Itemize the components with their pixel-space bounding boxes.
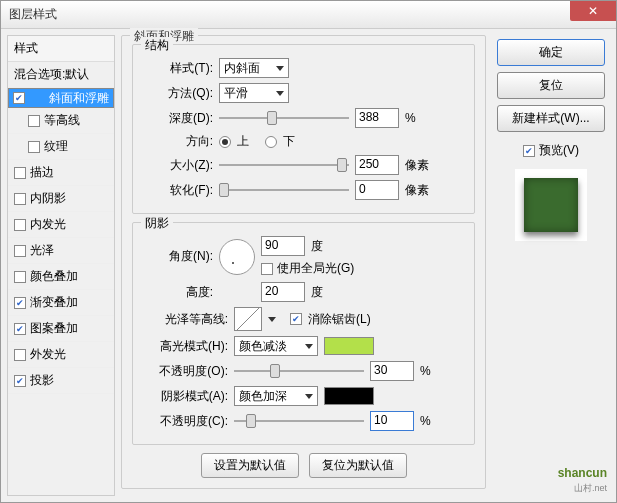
checkbox-icon[interactable] bbox=[28, 115, 40, 127]
angle-dial[interactable] bbox=[219, 239, 255, 275]
highlight-color-swatch[interactable] bbox=[324, 337, 374, 355]
bevel-group: 斜面和浮雕 结构 样式(T): 内斜面 方法(Q): 平滑 深度(D): 388 bbox=[121, 35, 486, 489]
checkbox-icon[interactable] bbox=[28, 141, 40, 153]
highlight-mode-label: 高光模式(H): bbox=[143, 338, 228, 355]
effect-drop-shadow[interactable]: ✔投影 bbox=[8, 368, 114, 394]
shadow-mode-select[interactable]: 颜色加深 bbox=[234, 386, 318, 406]
effect-pattern-overlay[interactable]: ✔图案叠加 bbox=[8, 316, 114, 342]
gloss-contour-picker[interactable] bbox=[234, 307, 262, 331]
soften-label: 软化(F): bbox=[143, 182, 213, 199]
soften-unit: 像素 bbox=[405, 182, 429, 199]
checkbox-icon[interactable]: ✔ bbox=[14, 375, 26, 387]
angle-input[interactable]: 90 bbox=[261, 236, 305, 256]
watermark: shancun山村.net bbox=[558, 459, 607, 495]
checkbox-icon[interactable]: ✔ bbox=[14, 323, 26, 335]
angle-label: 角度(N): bbox=[143, 248, 213, 265]
size-unit: 像素 bbox=[405, 157, 429, 174]
structure-group: 结构 样式(T): 内斜面 方法(Q): 平滑 深度(D): 388 % bbox=[132, 44, 475, 214]
checkbox-icon[interactable]: ✔ bbox=[13, 92, 25, 104]
checkbox-icon[interactable] bbox=[14, 271, 26, 283]
shadow-opacity-label: 不透明度(C): bbox=[143, 413, 228, 430]
style-label: 样式(T): bbox=[143, 60, 213, 77]
antialias-checkbox[interactable]: ✔ bbox=[290, 313, 302, 325]
antialias-label: 消除锯齿(L) bbox=[308, 311, 371, 328]
close-icon: ✕ bbox=[588, 4, 598, 18]
checkbox-icon[interactable] bbox=[14, 349, 26, 361]
structure-title: 结构 bbox=[141, 37, 173, 54]
styles-header: 样式 bbox=[8, 36, 114, 62]
technique-select[interactable]: 平滑 bbox=[219, 83, 289, 103]
shadow-opacity-input[interactable]: 10 bbox=[370, 411, 414, 431]
effect-inner-shadow[interactable]: 内阴影 bbox=[8, 186, 114, 212]
effect-contour[interactable]: 等高线 bbox=[8, 108, 114, 134]
effect-color-overlay[interactable]: 颜色叠加 bbox=[8, 264, 114, 290]
effect-gradient-overlay[interactable]: ✔渐变叠加 bbox=[8, 290, 114, 316]
size-label: 大小(Z): bbox=[143, 157, 213, 174]
soften-input[interactable]: 0 bbox=[355, 180, 399, 200]
reset-default-button[interactable]: 复位为默认值 bbox=[309, 453, 407, 478]
window-title: 图层样式 bbox=[9, 6, 57, 23]
depth-input[interactable]: 388 bbox=[355, 108, 399, 128]
highlight-opacity-slider[interactable] bbox=[234, 362, 364, 380]
effect-bevel-emboss[interactable]: ✔斜面和浮雕 bbox=[8, 88, 114, 108]
shading-group: 阴影 角度(N): 90 度 使用全局光(G) bbox=[132, 222, 475, 445]
checkbox-icon[interactable] bbox=[14, 219, 26, 231]
shadow-opacity-slider[interactable] bbox=[234, 412, 364, 430]
effect-stroke[interactable]: 描边 bbox=[8, 160, 114, 186]
styles-list: 样式 混合选项:默认 ✔斜面和浮雕 等高线 纹理 描边 内阴影 内发光 光泽 颜… bbox=[7, 35, 115, 496]
close-button[interactable]: ✕ bbox=[570, 1, 616, 21]
effect-inner-glow[interactable]: 内发光 bbox=[8, 212, 114, 238]
style-select[interactable]: 内斜面 bbox=[219, 58, 289, 78]
shadow-mode-label: 阴影模式(A): bbox=[143, 388, 228, 405]
title-bar: 图层样式 ✕ bbox=[1, 1, 616, 29]
depth-slider[interactable] bbox=[219, 109, 349, 127]
technique-label: 方法(Q): bbox=[143, 85, 213, 102]
right-panel: 确定 复位 新建样式(W)... ✔ 预览(V) bbox=[492, 35, 610, 496]
checkbox-icon[interactable]: ✔ bbox=[14, 297, 26, 309]
altitude-label: 高度: bbox=[143, 284, 213, 301]
preview-thumbnail bbox=[515, 169, 587, 241]
chevron-down-icon[interactable] bbox=[268, 317, 276, 322]
size-slider[interactable] bbox=[219, 156, 349, 174]
gloss-label: 光泽等高线: bbox=[143, 311, 228, 328]
effect-outer-glow[interactable]: 外发光 bbox=[8, 342, 114, 368]
chevron-down-icon bbox=[276, 66, 284, 71]
highlight-mode-select[interactable]: 颜色减淡 bbox=[234, 336, 318, 356]
depth-label: 深度(D): bbox=[143, 110, 213, 127]
cancel-button[interactable]: 复位 bbox=[497, 72, 605, 99]
settings-panel: 斜面和浮雕 结构 样式(T): 内斜面 方法(Q): 平滑 深度(D): 388 bbox=[115, 35, 492, 496]
global-light-checkbox[interactable] bbox=[261, 263, 273, 275]
chevron-down-icon bbox=[305, 394, 313, 399]
highlight-opacity-label: 不透明度(O): bbox=[143, 363, 228, 380]
ok-button[interactable]: 确定 bbox=[497, 39, 605, 66]
checkbox-icon[interactable] bbox=[14, 193, 26, 205]
chevron-down-icon bbox=[276, 91, 284, 96]
highlight-opacity-input[interactable]: 30 bbox=[370, 361, 414, 381]
shadow-color-swatch[interactable] bbox=[324, 387, 374, 405]
chevron-down-icon bbox=[305, 344, 313, 349]
depth-unit: % bbox=[405, 111, 416, 125]
preview-checkbox[interactable]: ✔ bbox=[523, 145, 535, 157]
preview-label: 预览(V) bbox=[539, 142, 579, 159]
preview-image bbox=[524, 178, 578, 232]
soften-slider[interactable] bbox=[219, 181, 349, 199]
direction-label: 方向: bbox=[143, 133, 213, 150]
make-default-button[interactable]: 设置为默认值 bbox=[201, 453, 299, 478]
layer-style-dialog: 图层样式 ✕ 样式 混合选项:默认 ✔斜面和浮雕 等高线 纹理 描边 内阴影 内… bbox=[0, 0, 617, 503]
direction-down-radio[interactable] bbox=[265, 136, 277, 148]
checkbox-icon[interactable] bbox=[14, 245, 26, 257]
blending-options[interactable]: 混合选项:默认 bbox=[8, 62, 114, 88]
altitude-input[interactable]: 20 bbox=[261, 282, 305, 302]
effect-texture[interactable]: 纹理 bbox=[8, 134, 114, 160]
size-input[interactable]: 250 bbox=[355, 155, 399, 175]
effect-satin[interactable]: 光泽 bbox=[8, 238, 114, 264]
global-light-label: 使用全局光(G) bbox=[277, 260, 354, 277]
direction-up-radio[interactable] bbox=[219, 136, 231, 148]
checkbox-icon[interactable] bbox=[14, 167, 26, 179]
shading-title: 阴影 bbox=[141, 215, 173, 232]
new-style-button[interactable]: 新建样式(W)... bbox=[497, 105, 605, 132]
